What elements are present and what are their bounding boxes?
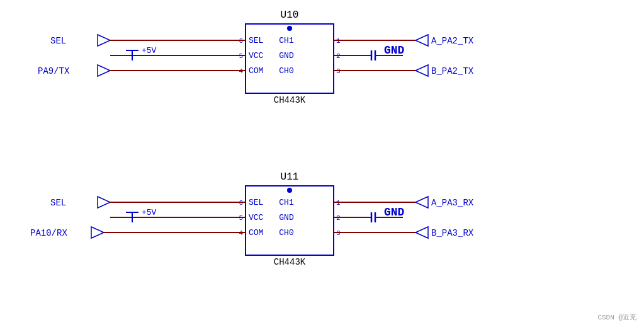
u11-pin-ch0: CH0 bbox=[279, 228, 293, 238]
u10-sel-arrow bbox=[98, 35, 110, 46]
u10-a-pa2tx-arrow bbox=[415, 35, 428, 46]
u11-pin-sel: SEL bbox=[249, 198, 263, 207]
u11-b-pa3rx-label: B_PA3_RX bbox=[431, 228, 474, 238]
u11-pin-com: COM bbox=[249, 228, 263, 238]
u11-sel-arrow bbox=[98, 197, 110, 208]
u10-pin-sel: SEL bbox=[249, 36, 263, 45]
u10-pin-ch0: CH0 bbox=[279, 66, 293, 76]
u11-com-arrow bbox=[91, 227, 104, 238]
u11-sublabel: CH443K bbox=[274, 257, 306, 267]
u10-pin-gnd-r: GND bbox=[279, 51, 294, 60]
u10-b-pa2tx-label: B_PA2_TX bbox=[431, 66, 474, 76]
u11-pin-ch1: CH1 bbox=[279, 198, 294, 207]
u10-com-arrow bbox=[98, 65, 110, 76]
u11-a-pa3rx-label: A_PA3_RX bbox=[431, 198, 474, 208]
u10-pa9tx-label: PA9/TX bbox=[38, 66, 70, 76]
u11-pin-vcc: VCC bbox=[249, 213, 264, 222]
u10-gnd-label: GND bbox=[384, 44, 405, 57]
u11-pin-dot bbox=[287, 188, 292, 193]
u10-vcc-label: +5V bbox=[142, 46, 157, 55]
u10-pin-dot bbox=[287, 26, 292, 31]
u11-label: U11 bbox=[281, 171, 299, 183]
u10-pin-vcc: VCC bbox=[249, 51, 264, 60]
watermark: CSDN @近充 bbox=[597, 313, 636, 322]
u11-a-pa3rx-arrow bbox=[415, 197, 428, 208]
u10-label: U10 bbox=[281, 9, 299, 21]
diagram-container: U10 SEL VCC COM CH1 GND CH0 6 5 4 1 2 3 … bbox=[0, 0, 644, 327]
u10-pin-com: COM bbox=[249, 66, 263, 76]
u10-b-pa2tx-arrow bbox=[415, 65, 428, 76]
u11-pin-gnd-r: GND bbox=[279, 213, 294, 222]
u11-sel-label: SEL bbox=[50, 198, 66, 208]
u11-b-pa3rx-arrow bbox=[415, 227, 428, 238]
u10-sel-label: SEL bbox=[50, 36, 66, 46]
u10-pin-ch1: CH1 bbox=[279, 36, 294, 45]
u10-sublabel: CH443K bbox=[274, 95, 306, 105]
u10-a-pa2tx-label: A_PA2_TX bbox=[431, 36, 474, 46]
u11-vcc-label: +5V bbox=[142, 208, 157, 217]
u11-gnd-label: GND bbox=[384, 206, 405, 219]
u11-pa10rx-label: PA10/RX bbox=[30, 228, 67, 238]
